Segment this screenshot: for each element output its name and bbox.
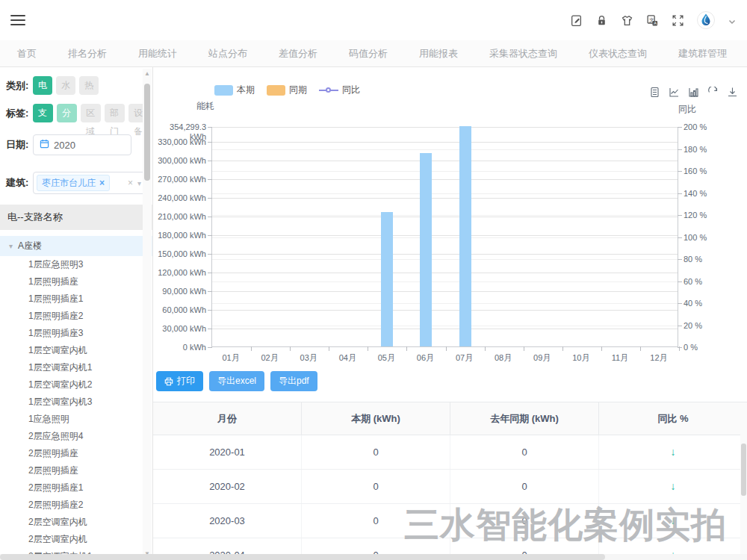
chevron-down-icon[interactable] (728, 16, 737, 25)
cell-month: 2020-02 (153, 470, 302, 503)
horizontal-scrollbar[interactable] (0, 554, 747, 560)
gridline-left (212, 235, 678, 236)
fullscreen-icon[interactable] (672, 14, 684, 27)
top-bar: 文A (0, 0, 747, 40)
scroll-up-icon[interactable]: ▲ (143, 70, 152, 77)
tick-mark (678, 215, 682, 216)
nav-tab[interactable]: 历史数据 (743, 40, 747, 66)
tree-item[interactable]: 1层空调室内机 (0, 342, 152, 359)
tree-item[interactable]: 2层照明插座 (0, 462, 152, 479)
tag-option[interactable]: 分项 (57, 104, 77, 122)
tree-item[interactable]: 2层照明插座1 (0, 479, 152, 497)
nav-tab[interactable]: 首页 (1, 40, 52, 66)
tree-root-node[interactable]: ▾ A座楼 (0, 236, 152, 256)
theme-shirt-icon[interactable] (621, 14, 633, 27)
nav-tab[interactable]: 站点分布 (193, 40, 263, 66)
tick-mark (562, 346, 563, 351)
date-input[interactable]: 2020 (33, 134, 131, 155)
select-caret-icon[interactable]: ▾ (137, 179, 141, 187)
bar-06月[interactable] (420, 153, 432, 346)
bar-chart-icon[interactable] (688, 87, 699, 98)
y-axis-left-tick-label: 120,000 kWh (153, 268, 206, 278)
nav-tab[interactable]: 仪表状态查询 (573, 40, 663, 66)
menu-toggle-icon[interactable] (10, 15, 25, 25)
tree-item[interactable]: 1层照明插座3 (0, 325, 152, 342)
tree-item[interactable]: 2层照明插座 (0, 445, 152, 462)
tag-option[interactable]: 部门 (105, 104, 125, 122)
y-axis-left-tick-label: 60,000 kWh (153, 305, 206, 315)
sidebar-scrollbar[interactable]: ▲ ▼ (143, 69, 152, 559)
category-option[interactable]: 水 (56, 76, 75, 95)
tree-expand-caret-icon[interactable]: ▾ (9, 242, 13, 250)
gridline-right (212, 281, 678, 282)
x-axis-tick-label: 02月 (250, 352, 289, 364)
category-option[interactable]: 电 (33, 76, 52, 95)
data-view-icon[interactable] (649, 87, 660, 98)
line-chart-icon[interactable] (669, 87, 680, 98)
tick-mark (208, 161, 212, 161)
lock-icon[interactable] (595, 14, 608, 27)
nav-tab-label: 仪表状态查询 (589, 47, 647, 60)
main-panel: 本期 同期 同比 (153, 67, 747, 560)
building-tag-label: 枣庄市台儿庄 (42, 175, 96, 190)
nav-tab[interactable]: 采集器状态查询 (474, 40, 573, 66)
download-icon[interactable] (727, 87, 738, 98)
edit-note-icon[interactable] (570, 14, 583, 27)
nav-tab[interactable]: 用能报表 (403, 40, 474, 66)
gridline-right (212, 193, 678, 194)
y-axis-left-tick-label: 30,000 kWh (153, 324, 206, 334)
legend-item-previous[interactable]: 同期 (267, 84, 307, 96)
nav-tab-label: 差值分析 (279, 47, 317, 60)
tree-item[interactable]: 2层照明插座2 (0, 497, 152, 514)
export-excel-button[interactable]: 导出excel (209, 371, 264, 391)
tree-item[interactable]: 1应急照明 (0, 411, 152, 428)
export-pdf-button[interactable]: 导出pdf (270, 371, 317, 391)
tree-item[interactable]: 2层应急照明4 (0, 428, 152, 445)
bar-05月[interactable] (381, 212, 393, 346)
building-select[interactable]: 枣庄市台儿庄 × × ▾ (33, 172, 146, 194)
nav-tab-label: 用能统计 (138, 47, 177, 60)
nav-tab[interactable]: 差值分析 (263, 40, 333, 66)
tag-option[interactable]: 支路 (33, 104, 53, 122)
scrollbar-thumb[interactable] (144, 84, 150, 181)
y-axis-right-tick-label: 160 % (684, 167, 728, 176)
category-option[interactable]: 热 (79, 76, 99, 95)
nav-tab[interactable]: 建筑群管理 (663, 40, 743, 66)
y-axis-right-tick-label: 80 % (684, 255, 728, 264)
select-clear-icon[interactable]: × (128, 178, 133, 188)
tag-option[interactable]: 区域 (81, 104, 101, 122)
tree-item[interactable]: 2层空调室内机 (0, 531, 152, 548)
print-button[interactable]: 打印 (156, 371, 203, 391)
refresh-icon[interactable] (707, 87, 719, 98)
tick-mark (678, 347, 682, 348)
table-scrollbar-thumb[interactable] (741, 444, 746, 496)
language-icon[interactable]: 文A (646, 14, 659, 27)
nav-tab[interactable]: 排名分析 (52, 40, 123, 66)
tree-item[interactable]: 1层空调室内机2 (0, 376, 152, 393)
tree-item[interactable]: 1层照明插座 (0, 273, 152, 290)
nav-tab[interactable]: 用能统计 (123, 40, 193, 66)
col-header-yoy: 同比 % (599, 402, 747, 435)
col-header-current: 本期 (kWh) (302, 402, 450, 435)
tree-item[interactable]: 2层空调室内机 (0, 514, 152, 531)
tick-mark (678, 193, 682, 194)
tree-item[interactable]: 1层空调室内机3 (0, 393, 152, 411)
gridline-right (212, 171, 678, 172)
table-scrollbar[interactable] (740, 435, 747, 560)
tick-mark (208, 198, 212, 199)
tick-mark (678, 259, 682, 260)
legend-item-yoy[interactable]: 同比 (319, 84, 360, 96)
tick-mark (601, 346, 602, 351)
tree-item[interactable]: 1层照明插座2 (0, 308, 152, 325)
tree-item[interactable]: 1层照明插座1 (0, 290, 152, 308)
horizontal-scrollbar-thumb[interactable] (0, 554, 605, 560)
tag-remove-icon[interactable]: × (99, 175, 105, 190)
tick-mark (485, 346, 486, 351)
nav-tab[interactable]: 码值分析 (333, 40, 403, 66)
cell-yoy-down-arrow: ↓ (599, 470, 747, 503)
legend-item-current[interactable]: 本期 (214, 84, 255, 96)
tree-item[interactable]: 1层应急照明3 (0, 256, 152, 273)
tree-item[interactable]: 1层空调室内机1 (0, 359, 152, 376)
bar-07月[interactable] (459, 126, 471, 346)
print-button-label: 打印 (177, 375, 195, 388)
